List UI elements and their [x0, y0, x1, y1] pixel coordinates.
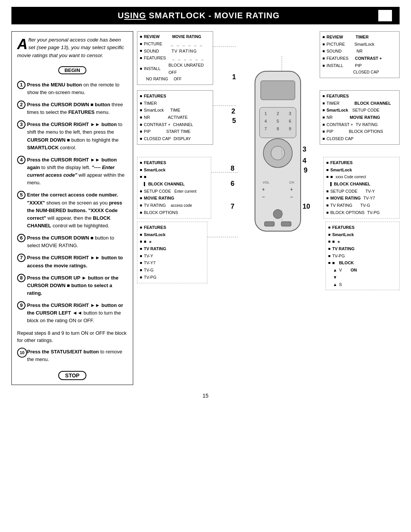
svg-text:8: 8 — [277, 126, 279, 131]
menu-box-mid-left: FEATURES TIMER SmartLockTIME NRACTIVATE … — [137, 90, 213, 145]
step-num-1: 1 — [17, 81, 25, 89]
connector-3 — [211, 172, 238, 173]
svg-text:6: 6 — [289, 119, 291, 123]
step-num-2: 2 — [17, 101, 25, 109]
label-7: 7 — [231, 203, 234, 211]
label-9: 9 — [304, 166, 307, 174]
step-4: 4 Press the CURSOR RIGHT ►► button again… — [17, 156, 127, 187]
label-5: 5 — [232, 117, 236, 125]
stop-badge: STOP — [58, 371, 86, 380]
svg-point-20 — [273, 209, 282, 219]
page-number: 15 — [0, 385, 411, 403]
label-4: 4 — [303, 157, 306, 165]
step-num-10: 10 — [17, 348, 27, 358]
intro-body: fter your personal access code has been … — [17, 37, 124, 58]
step-content-2: Press the CURSOR DOWN ■ button three tim… — [27, 101, 127, 116]
step-content-4: Press the CURSOR RIGHT ►► button again t… — [27, 156, 127, 187]
svg-text:1: 1 — [264, 111, 267, 116]
step-content-5: Enter the correct access code number. "X… — [27, 191, 127, 230]
step-content-9: Press the CURSOR RIGHT ►► button or the … — [27, 302, 127, 324]
main-content: After your personal access code has been… — [11, 31, 400, 385]
step-5: 5 Enter the correct access code number. … — [17, 191, 127, 230]
label-6: 6 — [231, 180, 234, 188]
step-3: 3 Press the CURSOR RIGHT ►► button to sh… — [17, 121, 127, 152]
remote-and-menus: REVIEWMOVIE RATING PICTURE_ _ _ _ _ _ SO… — [137, 31, 400, 290]
step-10: 10 Press the STATUS/EXIT button to remov… — [17, 348, 127, 363]
label-10: 10 — [303, 203, 310, 211]
begin-center: BEGIN — [17, 64, 127, 78]
menu-box-row3-right: FEATURES SmartLock ■xxxx Code correct ▌B… — [323, 157, 400, 219]
svg-text:VOL: VOL — [263, 181, 269, 184]
step-num-4: 4 — [17, 156, 25, 164]
step-1: 1 Press the MENU button on the remote to… — [17, 81, 127, 96]
menu-box-row3-left: FEATURES SmartLock ■ ▌BLOCK CHANNEL SETU… — [137, 157, 211, 219]
connector-v2 — [282, 149, 282, 158]
step-num-8: 8 — [17, 274, 25, 282]
label-2: 2 — [231, 107, 235, 115]
intro-text: After your personal access code has been… — [17, 36, 127, 59]
svg-text:2: 2 — [277, 111, 279, 116]
step-num-6: 6 — [17, 234, 25, 242]
svg-text:CH: CH — [289, 181, 294, 184]
step-content-1: Press the MENU button on the remote to s… — [27, 81, 127, 96]
menu-box-top-right: REVIEWTIMER PICTURESmartLock SOUNDNR FEA… — [320, 31, 400, 78]
svg-rect-1 — [261, 81, 295, 100]
svg-text:+: + — [262, 186, 265, 192]
svg-text:−: − — [290, 194, 293, 200]
left-panel: After your personal access code has been… — [11, 31, 133, 385]
step-8: 8 Press the CURSOR UP ► button or the CU… — [17, 274, 127, 297]
step-6: 6 Press the CURSOR DOWN ■ button to sele… — [17, 234, 127, 249]
step-num-5: 5 — [17, 191, 25, 199]
menu-box-row4-right: FEATURES SmartLock ■■ TV RATING TV-PG ■B… — [325, 222, 400, 290]
step-7: 7 Press the CURSOR RIGHT ►► button to ac… — [17, 254, 127, 269]
svg-text:5: 5 — [277, 119, 279, 123]
label-3: 3 — [303, 145, 306, 153]
drop-cap: A — [17, 37, 27, 51]
remote-illustration: 1 2 3 4 5 6 7 8 9 VOL CH + − + − — [244, 69, 312, 253]
connector-1 — [213, 46, 236, 47]
step-content-8: Press the CURSOR UP ► button or the CURS… — [27, 274, 127, 297]
svg-text:−: − — [262, 194, 265, 200]
svg-point-4 — [271, 146, 285, 160]
connector-2 — [213, 105, 236, 106]
right-panel: REVIEWMOVIE RATING PICTURE_ _ _ _ _ _ SO… — [137, 31, 400, 385]
menu-box-top-left: REVIEWMOVIE RATING PICTURE_ _ _ _ _ _ SO… — [137, 31, 213, 85]
svg-text:7: 7 — [264, 126, 267, 131]
svg-text:4: 4 — [264, 119, 267, 123]
step-content-7: Press the CURSOR RIGHT ►► button to acce… — [27, 254, 127, 269]
repeat-text: Repeat steps 8 and 9 to turn ON or OFF t… — [17, 329, 127, 344]
connector-v3 — [282, 210, 282, 222]
label-8: 8 — [231, 165, 234, 173]
label-1: 1 — [232, 73, 236, 81]
svg-text:3: 3 — [289, 111, 291, 116]
step-num-9: 9 — [17, 301, 25, 310]
svg-rect-22 — [281, 222, 291, 226]
step-num-3: 3 — [17, 120, 25, 129]
connector-4 — [207, 237, 238, 237]
header-title: USING SMARTLOCK - MOVIE RATING — [19, 11, 378, 21]
svg-rect-21 — [264, 222, 274, 226]
menu-box-mid-right: FEATURES TIMERBLOCK CHANNEL SmartLockSET… — [320, 90, 400, 145]
step-2: 2 Press the CURSOR DOWN ■ button three t… — [17, 101, 127, 116]
header-box — [378, 10, 392, 21]
step-content-3: Press the CURSOR RIGHT ►► button to shif… — [27, 121, 127, 152]
step-content-10: Press the STATUS/EXIT button to remove t… — [27, 348, 127, 363]
step-9: 9 Press the CURSOR RIGHT ►► button or th… — [17, 302, 127, 324]
step-num-7: 7 — [17, 254, 25, 262]
step-content-6: Press the CURSOR DOWN ■ button to select… — [27, 234, 127, 249]
svg-text:9: 9 — [289, 126, 291, 131]
stop-center: STOP — [17, 368, 127, 380]
svg-text:+: + — [290, 186, 293, 192]
begin-badge: BEGIN — [58, 66, 86, 74]
menu-box-row4-left: FEATURES SmartLock ■■ TV RATING TV-Y TV-… — [137, 222, 207, 283]
page-header: USING SMARTLOCK - MOVIE RATING — [11, 7, 400, 24]
